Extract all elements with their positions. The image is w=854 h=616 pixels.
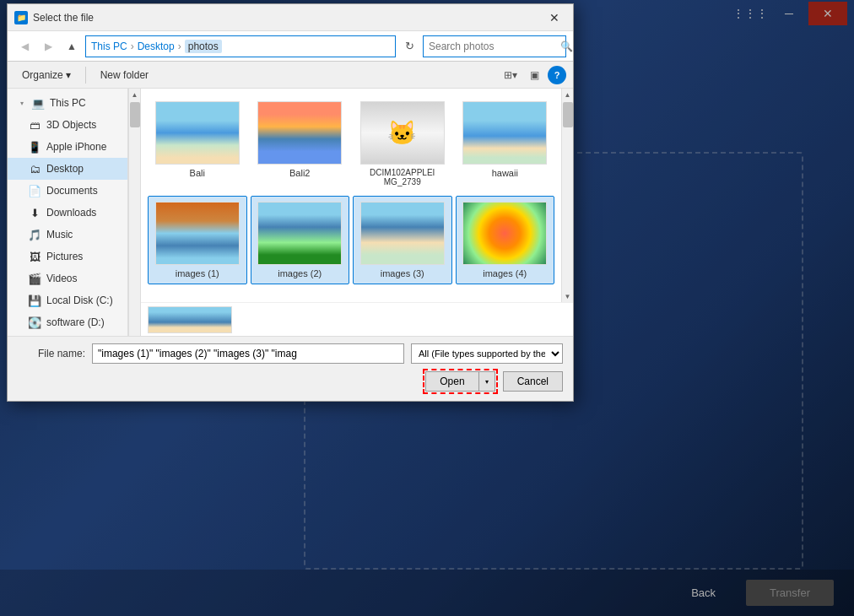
dialog-titlebar: 📁 Select the file ✕ bbox=[8, 4, 573, 31]
filename-label: File name: bbox=[18, 348, 85, 359]
nav-forward-button[interactable]: ▶ bbox=[38, 36, 58, 57]
scroll-thumb[interactable] bbox=[130, 102, 140, 127]
pane-button[interactable]: ▣ bbox=[524, 65, 544, 85]
file-name-hawaii: hawaii bbox=[492, 168, 518, 178]
file-list: Bali Bali2 🐱 bbox=[141, 89, 561, 302]
downloads-label: Downloads bbox=[46, 207, 96, 219]
toolbar-right: ⊞▾ ▣ ? bbox=[500, 65, 566, 85]
filelist-scrollbar[interactable]: ▲ ▼ bbox=[561, 89, 573, 302]
dialog-title: Select the file bbox=[33, 12, 538, 24]
videos-icon: 🎬 bbox=[28, 272, 41, 285]
dialog-icon: 📁 bbox=[14, 11, 28, 24]
sidebar-item-documents[interactable]: 📄 Documents bbox=[8, 180, 127, 202]
cancel-button[interactable]: Cancel bbox=[503, 371, 563, 392]
file-item-images1[interactable]: images (1) bbox=[148, 196, 247, 284]
new-folder-button[interactable]: New folder bbox=[93, 67, 156, 84]
sidebar-item-apple-iphone[interactable]: 📱 Apple iPhone bbox=[8, 136, 127, 158]
pictures-label: Pictures bbox=[46, 251, 83, 262]
file-item-images3[interactable]: images (3) bbox=[353, 196, 452, 284]
toolbar: Organize ▾ New folder ⊞▾ ▣ ? bbox=[8, 62, 573, 89]
local-disk-icon: 💾 bbox=[28, 294, 41, 307]
footer-buttons: Open ▾ Cancel bbox=[18, 369, 563, 394]
search-input[interactable] bbox=[424, 41, 560, 52]
toolbar-separator bbox=[85, 67, 86, 84]
music-icon: 🎵 bbox=[28, 228, 41, 241]
file-dialog: 📁 Select the file ✕ ◀ ▶ ▲ This PC › Desk… bbox=[7, 3, 574, 402]
view-button[interactable]: ⊞▾ bbox=[500, 65, 521, 85]
filename-row: File name: All (File types supported by … bbox=[18, 343, 563, 364]
file-name-images2: images (2) bbox=[278, 268, 322, 278]
path-separator-1: › bbox=[131, 41, 134, 52]
sidebar-item-pictures[interactable]: 🖼 Pictures bbox=[8, 246, 127, 267]
expand-icon: ▾ bbox=[18, 100, 26, 107]
open-button[interactable]: Open bbox=[425, 371, 478, 392]
file-name-images3: images (3) bbox=[381, 268, 424, 278]
software-d-label: software (D:) bbox=[46, 316, 105, 328]
sidebar-item-desktop[interactable]: 🗂 Desktop bbox=[8, 158, 127, 180]
local-disk-label: Local Disk (C:) bbox=[46, 294, 113, 306]
file-item-bali2[interactable]: Bali2 bbox=[251, 95, 350, 192]
file-thumb-hawaii bbox=[462, 101, 547, 165]
this-pc-label: This PC bbox=[50, 97, 86, 109]
sidebar-item-music[interactable]: 🎵 Music bbox=[8, 224, 127, 246]
file-item-dcim[interactable]: 🐱 DCIM102APPLEIMG_2739 bbox=[353, 95, 452, 192]
software-d-icon: 💽 bbox=[28, 316, 41, 329]
refresh-button[interactable]: ↻ bbox=[399, 36, 419, 57]
organize-button[interactable]: Organize ▾ bbox=[14, 67, 78, 84]
dialog-close-button[interactable]: ✕ bbox=[543, 9, 566, 26]
this-pc-icon: 💻 bbox=[31, 96, 45, 110]
sidebar-item-local-disk[interactable]: 💾 Local Disk (C:) bbox=[8, 289, 127, 311]
documents-icon: 📄 bbox=[28, 184, 41, 197]
filename-input[interactable] bbox=[92, 343, 404, 364]
search-box[interactable]: 🔍 bbox=[423, 35, 566, 57]
file-thumb-images1 bbox=[155, 202, 240, 265]
filetype-select[interactable]: All (File types supported by the bbox=[411, 343, 563, 364]
open-button-group: Open ▾ bbox=[423, 369, 497, 394]
address-path[interactable]: This PC › Desktop › photos bbox=[85, 35, 396, 57]
sidebar-item-videos[interactable]: 🎬 Videos bbox=[8, 267, 127, 289]
downloads-icon: ⬇ bbox=[28, 206, 41, 219]
search-icon[interactable]: 🔍 bbox=[560, 36, 573, 57]
file-item-hawaii[interactable]: hawaii bbox=[456, 95, 555, 192]
file-name-bali2: Bali2 bbox=[289, 168, 310, 178]
3d-objects-label: 3D Objects bbox=[46, 119, 96, 131]
file-thumb-images2 bbox=[257, 202, 342, 265]
help-button[interactable]: ? bbox=[548, 66, 566, 84]
desktop-icon: 🗂 bbox=[28, 162, 41, 176]
filelist-scroll-down[interactable]: ▼ bbox=[562, 290, 574, 302]
file-thumb-bali2 bbox=[257, 101, 342, 165]
path-photos[interactable]: photos bbox=[185, 40, 222, 53]
file-name-images4: images (4) bbox=[483, 268, 527, 278]
music-label: Music bbox=[46, 229, 73, 240]
path-this-pc[interactable]: This PC bbox=[91, 41, 127, 52]
sidebar: ▾ 💻 This PC 🗃 3D Objects 📱 Apple iPhone … bbox=[8, 89, 128, 336]
dialog-footer: File name: All (File types supported by … bbox=[8, 336, 573, 401]
documents-label: Documents bbox=[46, 185, 98, 197]
apple-iphone-label: Apple iPhone bbox=[46, 141, 106, 153]
sidebar-item-3d-objects[interactable]: 🗃 3D Objects bbox=[8, 114, 127, 136]
address-bar: ◀ ▶ ▲ This PC › Desktop › photos ↻ 🔍 bbox=[8, 31, 573, 62]
sidebar-item-software-d[interactable]: 💽 software (D:) bbox=[8, 311, 127, 333]
scroll-up-arrow[interactable]: ▲ bbox=[129, 89, 141, 100]
file-item-images4[interactable]: images (4) bbox=[456, 196, 555, 284]
file-thumb-bali bbox=[155, 101, 240, 165]
file-thumb-dcim: 🐱 bbox=[360, 101, 445, 165]
desktop-label: Desktop bbox=[46, 163, 84, 175]
open-dropdown-button[interactable]: ▾ bbox=[478, 371, 495, 392]
file-item-images2[interactable]: images (2) bbox=[251, 196, 350, 284]
filelist-scroll-thumb[interactable] bbox=[563, 102, 573, 127]
sidebar-scrollbar[interactable]: ▲ bbox=[128, 89, 140, 336]
nav-up-button[interactable]: ▲ bbox=[62, 36, 82, 57]
file-thumb-images3 bbox=[360, 202, 445, 265]
file-item-bali[interactable]: Bali bbox=[148, 95, 247, 192]
nav-back-button[interactable]: ◀ bbox=[14, 36, 35, 57]
sidebar-item-downloads[interactable]: ⬇ Downloads bbox=[8, 202, 127, 224]
file-thumb-images4 bbox=[462, 202, 547, 265]
path-separator-2: › bbox=[178, 41, 181, 52]
file-name-images1: images (1) bbox=[176, 268, 219, 278]
sidebar-item-this-pc[interactable]: ▾ 💻 This PC bbox=[8, 92, 127, 114]
pictures-icon: 🖼 bbox=[28, 250, 41, 263]
file-name-dcim: DCIM102APPLEIMG_2739 bbox=[370, 168, 435, 186]
path-desktop[interactable]: Desktop bbox=[138, 41, 175, 52]
filelist-scroll-up[interactable]: ▲ bbox=[562, 89, 574, 100]
